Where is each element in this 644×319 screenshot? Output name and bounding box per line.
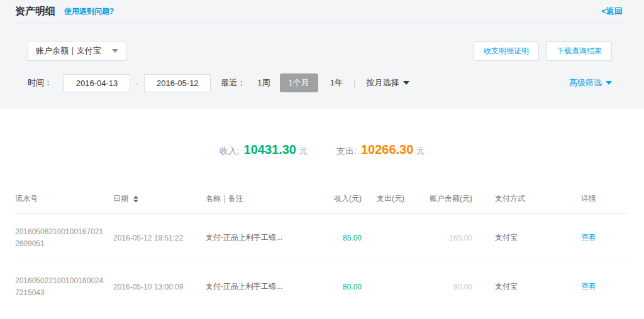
cell-date: 2016-05-12 19:51:22 [113,214,206,262]
expense-summary: 支出: 10266.30 元 [336,143,425,157]
page-title: 资产明细 [15,5,55,18]
column-header-name: 名称｜备注 [206,193,311,214]
cell-detail: 查看 [573,214,629,262]
date-range-dash: - [136,78,138,88]
cell-payment-method: 支付宝 [472,262,573,311]
range-option-1year[interactable]: 1年 [330,77,343,89]
income-summary: 收入: 10431.30 元 [219,143,308,157]
action-buttons: 收支明细证明 下载查询结果 [466,41,612,61]
sort-up-arrow-icon [133,196,138,198]
month-select-dropdown[interactable]: 按月选择 [366,77,409,89]
column-header-method: 支付方式 [472,193,573,214]
sort-down-arrow-icon [133,200,138,202]
recent-label: 最近： [221,77,245,89]
serial-number: 2016050221001001600247215043 [15,275,106,298]
divider: | [353,78,355,88]
income-unit: 元 [299,146,308,157]
filter-panel: 资产明细 使用遇到问题? <返回 账户余额｜支付宝 收支明细证明 下载查询结果 … [0,0,644,109]
cell-name: 支付-正品上利手工锻... [206,262,311,311]
view-detail-link[interactable]: 查看 [581,282,596,291]
cell-income: 85.00 [311,214,362,262]
help-link[interactable]: 使用遇到问题? [64,6,114,17]
time-label: 时间： [28,77,52,89]
income-expense-proof-button[interactable]: 收支明细证明 [474,41,539,61]
range-option-1week[interactable]: 1周 [257,77,270,89]
chevron-down-icon [403,81,409,85]
cell-name: 支付-正品上利手工锻... [206,214,311,262]
date-from-input[interactable] [64,74,130,92]
back-link[interactable]: <返回 [601,6,623,17]
date-to-input[interactable] [144,74,211,92]
filter-row-account: 账户余额｜支付宝 收支明细证明 下载查询结果 [0,41,644,61]
date-header-label: 日期 [113,194,128,203]
cell-serial: 2016050221001001600247215043 [15,262,113,311]
account-select-value: 账户余额｜支付宝 [36,45,101,57]
chevron-down-icon [112,49,118,53]
column-header-balance: 账户余额(元) [404,193,472,214]
filter-row-time: 时间： - 最近： 1周 1个月 1年 | 按月选择 高级筛选 [0,73,644,92]
expense-label: 支出: [336,146,357,157]
cell-expense [362,214,404,262]
cell-serial: 2016050621001001670212609051 [15,214,113,262]
table-header-row: 流水号 日期 名称｜备注 收入(元) 支出(元) 账户余额(元) 支付方式 详情 [15,193,629,214]
column-header-income: 收入(元) [311,193,362,214]
advanced-filter-label: 高级筛选 [569,77,602,89]
column-header-expense: 支出(元) [362,193,404,214]
account-select-dropdown[interactable]: 账户余额｜支付宝 [28,41,126,61]
cell-balance: 165.00 [404,214,472,262]
income-value: 10431.30 [244,143,296,157]
expense-value: 10266.30 [361,143,413,157]
cell-expense [362,262,404,311]
page-header: 资产明细 使用遇到问题? <返回 [15,0,623,23]
column-header-date[interactable]: 日期 [113,193,206,214]
transactions-table: 流水号 日期 名称｜备注 收入(元) 支出(元) 账户余额(元) 支付方式 详情… [15,193,629,311]
download-results-button[interactable]: 下载查询结果 [547,41,612,61]
cell-detail: 查看 [573,262,629,311]
chevron-down-icon [606,81,612,85]
summary-bar: 收入: 10431.30 元 支出: 10266.30 元 [0,109,644,157]
table-row: 2016050621001001670212609051 2016-05-12 … [15,214,629,262]
serial-number: 2016050621001001670212609051 [15,226,106,249]
view-detail-link[interactable]: 查看 [581,233,596,242]
range-option-1month[interactable]: 1个月 [280,73,318,92]
table-row: 2016050221001001600247215043 2016-05-10 … [15,262,629,311]
cell-date: 2016-05-10 13:00:09 [113,262,206,311]
cell-income: 80.00 [311,262,362,311]
column-header-detail: 详情 [573,193,629,214]
cell-balance: 80.00 [404,262,472,311]
income-label: 收入: [219,146,240,157]
month-select-label: 按月选择 [366,77,399,89]
expense-unit: 元 [416,146,425,157]
cell-payment-method: 支付宝 [472,214,573,262]
column-header-serial: 流水号 [15,193,113,214]
advanced-filter-link[interactable]: 高级筛选 [569,77,612,89]
sort-icon[interactable] [133,196,138,202]
